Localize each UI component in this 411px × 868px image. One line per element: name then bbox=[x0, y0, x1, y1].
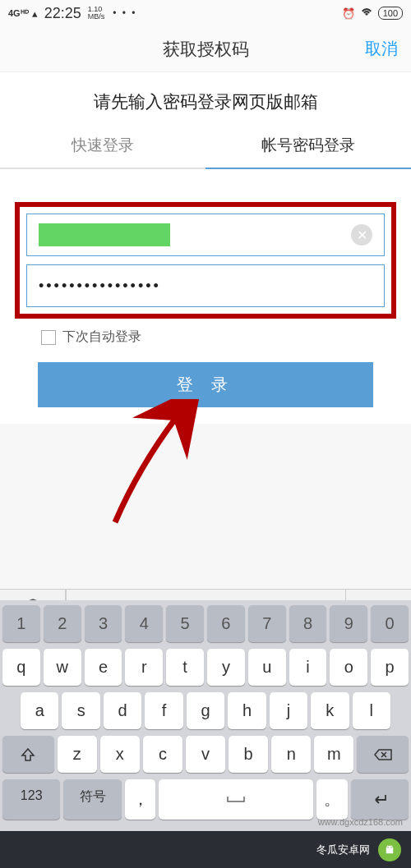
key-0[interactable]: 0 bbox=[371, 605, 409, 642]
tab-password-login[interactable]: 帐号密码登录 bbox=[206, 123, 411, 168]
key-9[interactable]: 9 bbox=[330, 605, 367, 642]
username-redacted bbox=[39, 223, 170, 246]
key-a[interactable]: a bbox=[21, 692, 58, 729]
key-e[interactable]: e bbox=[85, 649, 122, 686]
auto-login-checkbox[interactable] bbox=[41, 330, 56, 345]
key-2[interactable]: 2 bbox=[44, 605, 81, 642]
key-shift[interactable] bbox=[2, 736, 54, 773]
login-tabs: 快速登录 帐号密码登录 bbox=[0, 123, 411, 169]
key-backspace[interactable] bbox=[357, 736, 409, 773]
page-title: 获取授权码 bbox=[163, 38, 249, 61]
status-right: ⏰ 100 bbox=[342, 7, 403, 20]
key-o[interactable]: o bbox=[330, 649, 367, 686]
watermark-text: 冬瓜安卓网 bbox=[316, 843, 370, 857]
form-area: ✕ •••••••••••••••• 下次自动登录 登 录 bbox=[0, 169, 411, 424]
key-n[interactable]: n bbox=[271, 736, 311, 773]
key-z[interactable]: z bbox=[58, 736, 97, 773]
status-speed: 1.10 MB/s bbox=[88, 6, 105, 21]
status-left: 4Gᴴᴰ ▴ 22:25 1.10 MB/s • • • bbox=[8, 5, 137, 22]
username-field[interactable]: ✕ bbox=[26, 214, 385, 256]
status-time: 22:25 bbox=[44, 5, 81, 22]
password-field[interactable]: •••••••••••••••• bbox=[26, 264, 385, 307]
key-k[interactable]: k bbox=[311, 692, 349, 729]
key-s[interactable]: s bbox=[62, 692, 99, 729]
battery-icon: 100 bbox=[378, 7, 403, 20]
status-dots: • • • bbox=[113, 7, 136, 19]
tab-quick-login[interactable]: 快速登录 bbox=[0, 123, 206, 168]
bottom-bar: 冬瓜安卓网 bbox=[0, 831, 411, 868]
key-h[interactable]: h bbox=[228, 692, 266, 729]
key-v[interactable]: v bbox=[186, 736, 225, 773]
key-l[interactable]: l bbox=[353, 692, 390, 729]
wifi-icon bbox=[360, 7, 373, 20]
key-u[interactable]: u bbox=[248, 649, 286, 686]
key-g[interactable]: g bbox=[187, 692, 224, 729]
nav-bar: 获取授权码 取消 bbox=[0, 26, 411, 72]
key-4[interactable]: 4 bbox=[125, 605, 163, 642]
auto-login-label: 下次自动登录 bbox=[62, 328, 141, 346]
svg-point-7 bbox=[390, 847, 392, 848]
key-7[interactable]: 7 bbox=[248, 605, 286, 642]
key-b[interactable]: b bbox=[229, 736, 268, 773]
clear-icon[interactable]: ✕ bbox=[351, 224, 372, 246]
key-5[interactable]: 5 bbox=[166, 605, 204, 642]
instruction-text: 请先输入密码登录网页版邮箱 bbox=[0, 72, 411, 123]
key-i[interactable]: i bbox=[289, 649, 327, 686]
key-space[interactable] bbox=[159, 779, 313, 820]
key-r[interactable]: r bbox=[125, 649, 163, 686]
key-f[interactable]: f bbox=[145, 692, 182, 729]
key-row-numbers: 1 2 3 4 5 6 7 8 9 0 bbox=[2, 605, 409, 642]
key-t[interactable]: t bbox=[166, 649, 204, 686]
key-row-3: z x c v b n m bbox=[2, 736, 409, 773]
android-icon bbox=[378, 838, 401, 861]
key-3[interactable]: 3 bbox=[85, 605, 122, 642]
key-d[interactable]: d bbox=[104, 692, 141, 729]
keyboard: 1 2 3 4 5 6 7 8 9 0 q w e r t y u i o p … bbox=[0, 600, 411, 831]
key-row-2: a s d f g h j k l bbox=[2, 692, 409, 729]
key-8[interactable]: 8 bbox=[289, 605, 327, 642]
password-value: •••••••••••••••• bbox=[39, 278, 161, 295]
key-m[interactable]: m bbox=[314, 736, 353, 773]
key-123[interactable]: 123 bbox=[2, 779, 60, 820]
key-row-1: q w e r t y u i o p bbox=[2, 649, 409, 686]
annotation-arrow bbox=[99, 399, 214, 530]
login-button[interactable]: 登 录 bbox=[38, 362, 373, 407]
key-1[interactable]: 1 bbox=[2, 605, 40, 642]
key-q[interactable]: q bbox=[2, 649, 40, 686]
key-6[interactable]: 6 bbox=[207, 605, 245, 642]
signal-icon: ▴ bbox=[32, 7, 38, 20]
key-row-4: 123 符号 ， 。 bbox=[2, 779, 409, 820]
key-enter[interactable] bbox=[351, 779, 409, 820]
key-w[interactable]: w bbox=[44, 649, 81, 686]
key-p[interactable]: p bbox=[371, 649, 409, 686]
key-comma[interactable]: ， bbox=[125, 779, 156, 820]
network-icon: 4Gᴴᴰ bbox=[8, 8, 29, 19]
highlight-box: ✕ •••••••••••••••• bbox=[15, 202, 396, 319]
key-period[interactable]: 。 bbox=[316, 779, 348, 820]
watermark-url: www.dgxcdz168.com bbox=[318, 817, 403, 827]
alarm-icon: ⏰ bbox=[342, 7, 355, 20]
key-j[interactable]: j bbox=[270, 692, 307, 729]
key-y[interactable]: y bbox=[207, 649, 245, 686]
auto-login-row[interactable]: 下次自动登录 bbox=[41, 328, 396, 346]
key-symbol[interactable]: 符号 bbox=[63, 779, 121, 820]
key-c[interactable]: c bbox=[143, 736, 182, 773]
svg-point-6 bbox=[387, 847, 389, 848]
cancel-button[interactable]: 取消 bbox=[365, 38, 398, 60]
status-bar: 4Gᴴᴰ ▴ 22:25 1.10 MB/s • • • ⏰ 100 bbox=[0, 0, 411, 26]
key-x[interactable]: x bbox=[100, 736, 140, 773]
